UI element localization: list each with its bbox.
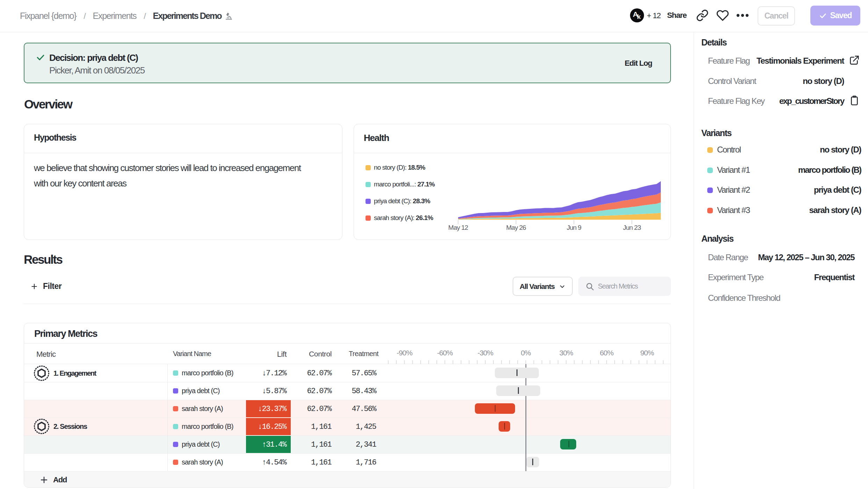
svg-text:May 26: May 26 xyxy=(506,224,526,231)
svg-text:Jun 23: Jun 23 xyxy=(623,224,641,231)
svg-text:Jun 9: Jun 9 xyxy=(567,224,581,231)
svg-text:May 12: May 12 xyxy=(448,224,468,231)
